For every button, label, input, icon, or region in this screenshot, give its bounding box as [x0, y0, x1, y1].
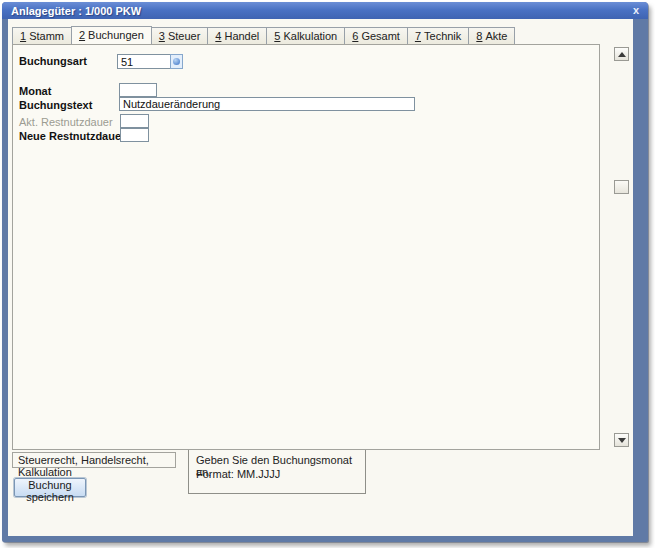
buchungen-form-panel: Buchungsart Monat Buchungstext Akt. Rest…	[12, 44, 600, 450]
window-content: 1Stamm 2Buchungen 3Steuer 4Handel 5Kalku…	[8, 19, 633, 536]
tab-accel: 4	[215, 30, 221, 42]
tab-akte[interactable]: 8Akte	[468, 27, 515, 44]
tab-label: Handel	[224, 30, 259, 42]
tab-strip: 1Stamm 2Buchungen 3Steuer 4Handel 5Kalku…	[12, 27, 514, 44]
tab-accel: 8	[476, 30, 482, 42]
tab-accel: 3	[159, 30, 165, 42]
tab-label: Steuer	[168, 30, 200, 42]
tab-label: Buchungen	[88, 29, 144, 41]
spinner-icon	[173, 58, 180, 65]
tab-kalkulation[interactable]: 5Kalkulation	[266, 27, 345, 44]
arrow-up-icon	[618, 52, 626, 57]
tab-handel[interactable]: 4Handel	[207, 27, 267, 44]
monat-label: Monat	[19, 85, 51, 97]
tab-accel: 5	[274, 30, 280, 42]
tab-label: Stamm	[29, 30, 64, 42]
tab-label: Akte	[485, 30, 507, 42]
arrow-down-icon	[618, 438, 626, 443]
scope-readonly-field: Steuerrecht, Handelsrecht, Kalkulation	[12, 452, 176, 468]
app-window: Anlagegüter : 1/000 PKW x 1Stamm 2Buchun…	[2, 2, 648, 542]
tab-accel: 7	[415, 30, 421, 42]
tab-label: Technik	[424, 30, 461, 42]
tab-technik[interactable]: 7Technik	[407, 27, 469, 44]
window-title: Anlagegüter : 1/000 PKW	[2, 5, 141, 17]
tab-label: Gesamt	[361, 30, 400, 42]
buchungsart-input[interactable]	[117, 54, 171, 69]
save-booking-button[interactable]: Buchung speichern	[14, 478, 86, 497]
akt-restnutzdauer-label: Akt. Restnutzdauer	[19, 116, 113, 128]
tab-gesamt[interactable]: 6Gesamt	[344, 27, 408, 44]
information-line2: Format: MM.JJJJ	[196, 468, 280, 480]
tab-accel: 1	[20, 30, 26, 42]
akt-restnutzdauer-input[interactable]	[120, 114, 149, 128]
tab-stamm[interactable]: 1Stamm	[12, 27, 72, 44]
tab-label: Kalkulation	[283, 30, 337, 42]
tab-accel: 2	[79, 29, 85, 41]
close-icon[interactable]: x	[633, 3, 639, 18]
information-groupbox: Information Geben Sie den Buchungsmonat …	[188, 446, 366, 494]
buchungsart-label: Buchungsart	[19, 55, 87, 67]
buchungstext-label: Buchungstext	[19, 99, 92, 111]
tab-buchungen[interactable]: 2Buchungen	[71, 26, 152, 44]
scroll-down-button[interactable]	[614, 433, 629, 447]
neue-restnutzdauer-input[interactable]	[120, 128, 149, 142]
title-bar: Anlagegüter : 1/000 PKW x	[2, 2, 648, 19]
scroll-up-button[interactable]	[614, 47, 629, 61]
buchungstext-input[interactable]	[119, 97, 415, 111]
scrollbar-thumb[interactable]	[614, 180, 629, 194]
buchungsart-spinner[interactable]	[170, 54, 183, 69]
tab-steuer[interactable]: 3Steuer	[151, 27, 209, 44]
monat-input[interactable]	[119, 83, 157, 97]
tab-accel: 6	[352, 30, 358, 42]
neue-restnutzdauer-label: Neue Restnutzdauer	[19, 130, 125, 142]
